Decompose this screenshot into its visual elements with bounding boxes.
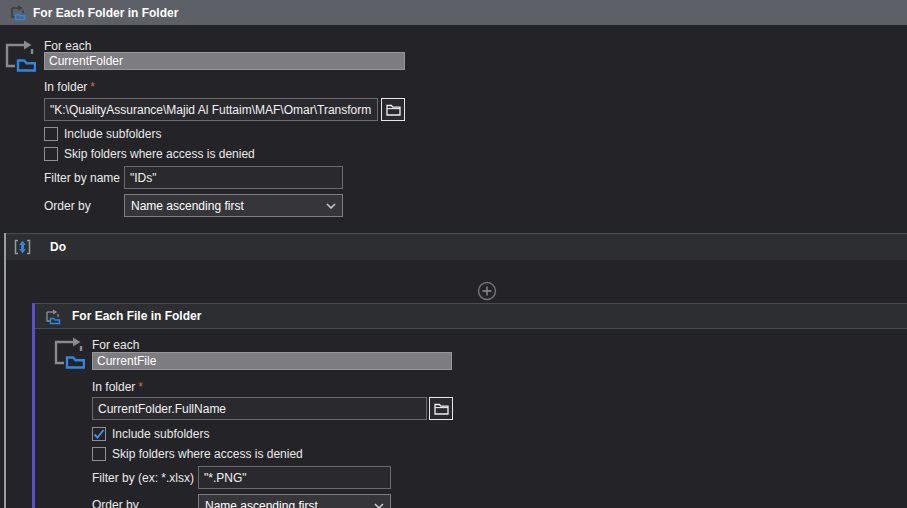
required-asterisk: *	[90, 80, 95, 94]
inner-in-folder-label: In folder*	[92, 380, 143, 394]
for-each-file-icon	[44, 308, 61, 325]
sequence-icon	[14, 239, 31, 255]
inner-order-by-selected-value: Name ascending first	[205, 499, 374, 508]
in-folder-label-text: In folder	[44, 80, 87, 94]
skip-folders-checkbox[interactable]	[44, 147, 58, 161]
order-by-selected-value: Name ascending first	[131, 199, 326, 213]
inner-for-each-variable-input[interactable]	[92, 352, 452, 370]
filter-by-name-input[interactable]	[124, 166, 343, 189]
inner-filter-input[interactable]	[198, 466, 391, 489]
inner-activity-title: For Each File in Folder	[72, 309, 201, 323]
outer-activity-title: For Each Folder in Folder	[33, 6, 178, 20]
include-subfolders-checkbox[interactable]	[44, 127, 58, 141]
folder-icon	[434, 403, 449, 415]
sequence-left-border	[4, 233, 6, 508]
do-section-header[interactable]: Do	[6, 233, 907, 260]
inner-in-folder-label-text: In folder	[92, 380, 135, 394]
workflow-designer: For Each Folder in Folder For each In fo…	[0, 0, 907, 508]
for-each-loop-icon	[4, 39, 36, 73]
inner-for-each-label: For each	[92, 338, 139, 352]
for-each-variable-input[interactable]	[44, 52, 405, 70]
inner-skip-folders-label: Skip folders where access is denied	[112, 447, 303, 461]
chevron-down-icon	[326, 203, 336, 209]
browse-folder-button[interactable]	[381, 98, 405, 121]
folder-icon	[386, 104, 401, 116]
outer-activity-header[interactable]: For Each Folder in Folder	[0, 0, 907, 25]
for-each-label: For each	[44, 39, 91, 53]
in-folder-path-input[interactable]	[44, 98, 378, 121]
inner-in-folder-input[interactable]	[92, 397, 427, 420]
order-by-label: Order by	[44, 199, 91, 213]
checkmark-icon	[93, 428, 105, 440]
inner-include-subfolders-checkbox[interactable]	[92, 427, 106, 441]
inner-include-subfolders-label: Include subfolders	[112, 427, 209, 441]
order-by-dropdown[interactable]: Name ascending first	[124, 194, 343, 217]
do-section-title: Do	[50, 240, 66, 254]
filter-by-name-label: Filter by name	[44, 171, 120, 185]
chevron-down-icon	[374, 503, 384, 508]
inner-order-by-dropdown[interactable]: Name ascending first	[198, 494, 391, 508]
for-each-folder-icon	[9, 4, 26, 21]
skip-folders-label: Skip folders where access is denied	[64, 147, 255, 161]
plus-circle-icon	[477, 281, 497, 301]
inner-required-asterisk: *	[138, 380, 143, 394]
inner-selection-accent-bar	[32, 303, 35, 508]
include-subfolders-label: Include subfolders	[64, 127, 161, 141]
inner-filter-label: Filter by (ex: *.xlsx)	[92, 471, 194, 485]
add-activity-button[interactable]	[477, 281, 497, 304]
inner-browse-folder-button[interactable]	[429, 397, 453, 420]
inner-order-by-label: Order by	[92, 498, 139, 508]
inner-skip-folders-checkbox[interactable]	[92, 447, 106, 461]
in-folder-label: In folder*	[44, 80, 95, 94]
inner-for-each-loop-icon	[53, 336, 85, 370]
inner-activity-header[interactable]: For Each File in Folder	[35, 303, 907, 329]
